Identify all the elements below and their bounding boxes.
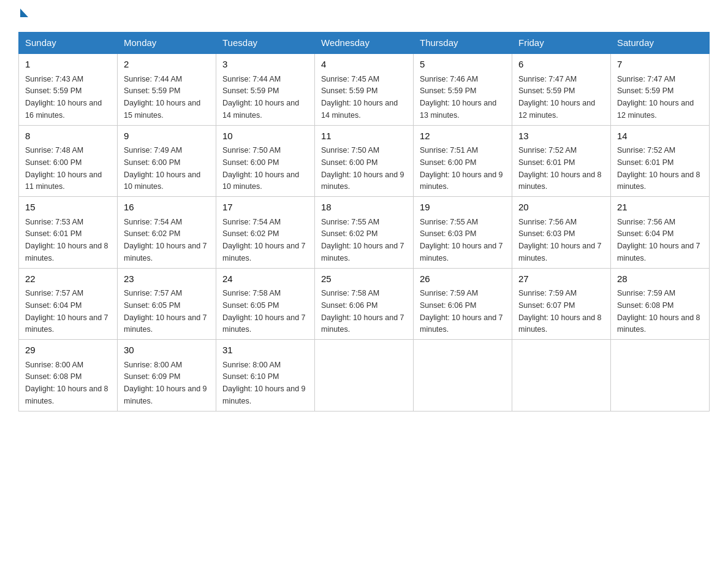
day-number: 25 [321, 272, 407, 286]
calendar-cell: 26 Sunrise: 7:59 AMSunset: 6:06 PMDaylig… [414, 268, 512, 340]
day-number: 14 [617, 129, 703, 144]
calendar-cell: 27 Sunrise: 7:59 AMSunset: 6:07 PMDaylig… [512, 268, 611, 340]
calendar-week-row: 1 Sunrise: 7:43 AMSunset: 5:59 PMDayligh… [19, 53, 710, 125]
day-info: Sunrise: 7:47 AMSunset: 5:59 PMDaylight:… [617, 75, 694, 120]
day-number: 1 [25, 58, 111, 72]
calendar-table: SundayMondayTuesdayWednesdayThursdayFrid… [18, 32, 710, 412]
calendar-week-row: 29 Sunrise: 8:00 AMSunset: 6:08 PMDaylig… [19, 340, 710, 412]
day-number: 6 [518, 58, 604, 72]
calendar-cell: 5 Sunrise: 7:46 AMSunset: 5:59 PMDayligh… [414, 53, 512, 125]
calendar-cell [611, 340, 710, 412]
day-number: 30 [124, 343, 210, 358]
calendar-cell: 23 Sunrise: 7:57 AMSunset: 6:05 PMDaylig… [118, 268, 216, 340]
calendar-cell: 9 Sunrise: 7:49 AMSunset: 6:00 PMDayligh… [118, 125, 216, 197]
day-info: Sunrise: 7:45 AMSunset: 5:59 PMDaylight:… [321, 75, 398, 120]
calendar-cell: 28 Sunrise: 7:59 AMSunset: 6:08 PMDaylig… [611, 268, 710, 340]
day-info: Sunrise: 7:52 AMSunset: 6:01 PMDaylight:… [617, 146, 700, 191]
calendar-cell: 13 Sunrise: 7:52 AMSunset: 6:01 PMDaylig… [512, 125, 611, 197]
day-info: Sunrise: 7:51 AMSunset: 6:00 PMDaylight:… [420, 146, 503, 191]
calendar-cell: 11 Sunrise: 7:50 AMSunset: 6:00 PMDaylig… [315, 125, 414, 197]
day-number: 27 [518, 272, 604, 286]
day-number: 15 [25, 201, 111, 215]
day-number: 23 [124, 272, 210, 286]
day-number: 18 [321, 201, 407, 215]
day-number: 12 [420, 129, 506, 144]
calendar-cell: 22 Sunrise: 7:57 AMSunset: 6:04 PMDaylig… [19, 268, 118, 340]
calendar-week-row: 15 Sunrise: 7:53 AMSunset: 6:01 PMDaylig… [19, 197, 710, 269]
day-info: Sunrise: 7:57 AMSunset: 6:04 PMDaylight:… [25, 289, 108, 334]
day-number: 29 [25, 343, 111, 358]
day-number: 21 [617, 201, 703, 215]
day-info: Sunrise: 7:55 AMSunset: 6:03 PMDaylight:… [420, 218, 503, 262]
day-number: 24 [222, 272, 308, 286]
day-info: Sunrise: 8:00 AMSunset: 6:09 PMDaylight:… [124, 361, 207, 405]
calendar-header-saturday: Saturday [611, 33, 710, 54]
calendar-cell: 2 Sunrise: 7:44 AMSunset: 5:59 PMDayligh… [118, 53, 216, 125]
logo [18, 12, 28, 21]
calendar-cell: 31 Sunrise: 8:00 AMSunset: 6:10 PMDaylig… [216, 340, 315, 412]
calendar-cell: 25 Sunrise: 7:58 AMSunset: 6:06 PMDaylig… [315, 268, 414, 340]
calendar-cell: 1 Sunrise: 7:43 AMSunset: 5:59 PMDayligh… [19, 53, 118, 125]
day-number: 22 [25, 272, 111, 286]
day-number: 9 [124, 129, 210, 144]
day-info: Sunrise: 7:47 AMSunset: 5:59 PMDaylight:… [518, 75, 595, 120]
day-number: 31 [222, 343, 308, 358]
calendar-cell [414, 340, 512, 412]
calendar-header-tuesday: Tuesday [216, 33, 315, 54]
day-info: Sunrise: 7:50 AMSunset: 6:00 PMDaylight:… [321, 146, 404, 191]
day-info: Sunrise: 7:59 AMSunset: 6:08 PMDaylight:… [617, 289, 700, 334]
day-number: 3 [222, 58, 308, 72]
calendar-cell [315, 340, 414, 412]
calendar-cell: 21 Sunrise: 7:56 AMSunset: 6:04 PMDaylig… [611, 197, 710, 269]
calendar-header-wednesday: Wednesday [315, 33, 414, 54]
calendar-cell: 30 Sunrise: 8:00 AMSunset: 6:09 PMDaylig… [118, 340, 216, 412]
calendar-week-row: 8 Sunrise: 7:48 AMSunset: 6:00 PMDayligh… [19, 125, 710, 197]
day-info: Sunrise: 7:58 AMSunset: 6:06 PMDaylight:… [321, 289, 404, 334]
day-number: 11 [321, 129, 407, 144]
day-number: 13 [518, 129, 604, 144]
calendar-cell: 3 Sunrise: 7:44 AMSunset: 5:59 PMDayligh… [216, 53, 315, 125]
day-info: Sunrise: 7:58 AMSunset: 6:05 PMDaylight:… [222, 289, 306, 334]
day-info: Sunrise: 7:54 AMSunset: 6:02 PMDaylight:… [222, 218, 306, 262]
calendar-cell: 7 Sunrise: 7:47 AMSunset: 5:59 PMDayligh… [611, 53, 710, 125]
day-info: Sunrise: 7:59 AMSunset: 6:06 PMDaylight:… [420, 289, 503, 334]
day-number: 17 [222, 201, 308, 215]
day-info: Sunrise: 7:57 AMSunset: 6:05 PMDaylight:… [124, 289, 207, 334]
logo-triangle-icon [20, 9, 28, 17]
day-info: Sunrise: 7:52 AMSunset: 6:01 PMDaylight:… [518, 146, 602, 191]
calendar-header-thursday: Thursday [414, 33, 512, 54]
day-info: Sunrise: 7:44 AMSunset: 5:59 PMDaylight:… [124, 75, 200, 120]
day-number: 5 [420, 58, 506, 72]
calendar-cell: 10 Sunrise: 7:50 AMSunset: 6:00 PMDaylig… [216, 125, 315, 197]
calendar-cell: 6 Sunrise: 7:47 AMSunset: 5:59 PMDayligh… [512, 53, 611, 125]
calendar-cell [512, 340, 611, 412]
day-number: 10 [222, 129, 308, 144]
calendar-cell: 4 Sunrise: 7:45 AMSunset: 5:59 PMDayligh… [315, 53, 414, 125]
day-number: 2 [124, 58, 210, 72]
day-info: Sunrise: 7:56 AMSunset: 6:03 PMDaylight:… [518, 218, 602, 262]
calendar-cell: 8 Sunrise: 7:48 AMSunset: 6:00 PMDayligh… [19, 125, 118, 197]
calendar-header-row: SundayMondayTuesdayWednesdayThursdayFrid… [19, 33, 710, 54]
calendar-cell: 20 Sunrise: 7:56 AMSunset: 6:03 PMDaylig… [512, 197, 611, 269]
calendar-week-row: 22 Sunrise: 7:57 AMSunset: 6:04 PMDaylig… [19, 268, 710, 340]
calendar-cell: 16 Sunrise: 7:54 AMSunset: 6:02 PMDaylig… [118, 197, 216, 269]
calendar-cell: 24 Sunrise: 7:58 AMSunset: 6:05 PMDaylig… [216, 268, 315, 340]
day-number: 26 [420, 272, 506, 286]
day-info: Sunrise: 7:48 AMSunset: 6:00 PMDaylight:… [25, 146, 102, 191]
calendar-cell: 17 Sunrise: 7:54 AMSunset: 6:02 PMDaylig… [216, 197, 315, 269]
calendar-header-friday: Friday [512, 33, 611, 54]
day-info: Sunrise: 7:50 AMSunset: 6:00 PMDaylight:… [222, 146, 299, 191]
day-number: 19 [420, 201, 506, 215]
day-number: 8 [25, 129, 111, 144]
day-number: 7 [617, 58, 703, 72]
calendar-cell: 14 Sunrise: 7:52 AMSunset: 6:01 PMDaylig… [611, 125, 710, 197]
day-info: Sunrise: 7:56 AMSunset: 6:04 PMDaylight:… [617, 218, 700, 262]
day-info: Sunrise: 7:55 AMSunset: 6:02 PMDaylight:… [321, 218, 404, 262]
day-number: 28 [617, 272, 703, 286]
calendar-body: 1 Sunrise: 7:43 AMSunset: 5:59 PMDayligh… [19, 53, 710, 411]
day-info: Sunrise: 8:00 AMSunset: 6:10 PMDaylight:… [222, 361, 306, 405]
calendar-cell: 12 Sunrise: 7:51 AMSunset: 6:00 PMDaylig… [414, 125, 512, 197]
calendar-cell: 29 Sunrise: 8:00 AMSunset: 6:08 PMDaylig… [19, 340, 118, 412]
day-info: Sunrise: 7:59 AMSunset: 6:07 PMDaylight:… [518, 289, 602, 334]
day-info: Sunrise: 7:44 AMSunset: 5:59 PMDaylight:… [222, 75, 299, 120]
